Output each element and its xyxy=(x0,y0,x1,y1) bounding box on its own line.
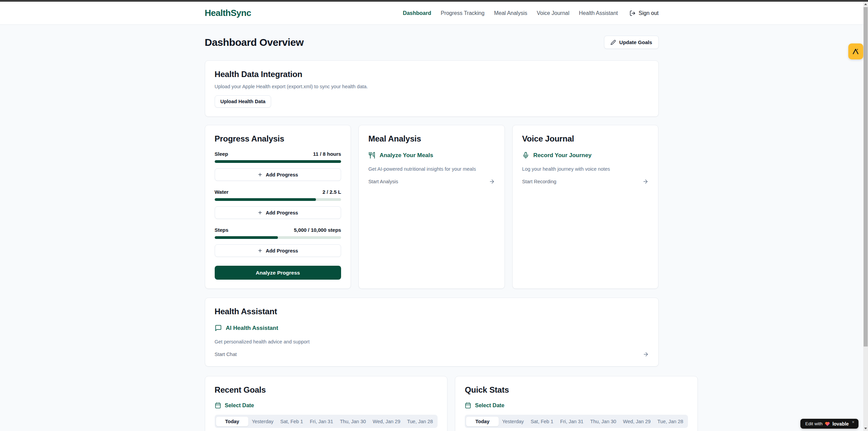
quick-stats-title: Quick Stats xyxy=(465,385,688,395)
tab-thu-jan-30[interactable]: Thu, Jan 30 xyxy=(587,417,620,426)
main-nav: Dashboard Progress Tracking Meal Analysi… xyxy=(403,10,659,16)
nav-dashboard[interactable]: Dashboard xyxy=(403,10,431,16)
main-content: Dashboard Overview Update Goals Health D… xyxy=(205,36,659,431)
health-assistant-description: Get personalized health advice and suppo… xyxy=(215,339,649,344)
quick-stats-card: Quick Stats Select Date Today Yesterday … xyxy=(455,376,698,431)
record-your-journey-link[interactable]: Record Your Journey xyxy=(522,152,649,159)
add-progress-water-button[interactable]: Add Progress xyxy=(215,206,341,219)
integration-title: Health Data Integration xyxy=(215,70,649,79)
voice-journal-title: Voice Journal xyxy=(522,134,649,144)
metric-value: 11 / 8 hours xyxy=(313,151,341,157)
utensils-icon xyxy=(368,152,375,159)
voice-journal-description: Log your health journey with voice notes xyxy=(522,166,649,172)
page-viewport: HealthSync Dashboard Progress Tracking M… xyxy=(0,2,863,431)
health-data-integration-card: Health Data Integration Upload your Appl… xyxy=(205,60,659,117)
recent-goals-title: Recent Goals xyxy=(215,385,438,395)
metric-label: Steps xyxy=(215,227,229,233)
nav-progress-tracking[interactable]: Progress Tracking xyxy=(441,10,484,16)
lovable-edit-badge[interactable] xyxy=(848,43,863,59)
scrollbar-up-arrow[interactable] xyxy=(863,2,868,7)
pencil-icon xyxy=(610,40,616,45)
app-header: HealthSync Dashboard Progress Tracking M… xyxy=(0,2,863,25)
scrollbar-thumb[interactable] xyxy=(864,7,868,346)
tab-sat-feb-1[interactable]: Sat, Feb 1 xyxy=(277,417,306,426)
add-progress-sleep-button[interactable]: Add Progress xyxy=(215,168,341,181)
upload-health-data-button[interactable]: Upload Health Data xyxy=(215,95,271,108)
metric-label: Water xyxy=(215,189,229,195)
health-assistant-title: Health Assistant xyxy=(215,307,649,316)
start-chat-row[interactable]: Start Chat xyxy=(215,351,649,357)
health-assistant-card: Health Assistant AI Health Assistant Get… xyxy=(205,298,659,367)
water-progress-bar xyxy=(215,198,341,201)
progress-metric-sleep: Sleep 11 / 8 hours Add Progress xyxy=(215,151,341,181)
tab-thu-jan-30[interactable]: Thu, Jan 30 xyxy=(337,417,370,426)
tab-today[interactable]: Today xyxy=(466,417,499,426)
tab-fri-jan-31[interactable]: Fri, Jan 31 xyxy=(557,417,587,426)
analyze-progress-button[interactable]: Analyze Progress xyxy=(215,266,341,280)
metric-value: 2 / 2.5 L xyxy=(322,189,341,195)
sleep-progress-bar xyxy=(215,160,341,163)
analyze-your-meals-link[interactable]: Analyze Your Meals xyxy=(368,152,495,159)
progress-analysis-title: Progress Analysis xyxy=(215,134,341,144)
meal-analysis-description: Get AI-powered nutritional insights for … xyxy=(368,166,495,172)
nav-voice-journal[interactable]: Voice Journal xyxy=(537,10,569,16)
page-title: Dashboard Overview xyxy=(205,37,304,48)
plus-icon xyxy=(258,172,263,177)
tab-wed-jan-29[interactable]: Wed, Jan 29 xyxy=(369,417,404,426)
metric-label: Sleep xyxy=(215,151,228,157)
app-logo[interactable]: HealthSync xyxy=(205,8,251,18)
chat-bubble-icon xyxy=(215,324,222,332)
voice-journal-card: Voice Journal Record Your Journey Log yo… xyxy=(512,125,659,289)
progress-analysis-card: Progress Analysis Sleep 11 / 8 hours Add… xyxy=(205,125,351,289)
arrow-right-icon xyxy=(489,179,495,185)
recent-goals-date-tabs: Today Yesterday Sat, Feb 1 Fri, Jan 31 T… xyxy=(215,415,438,428)
update-goals-button[interactable]: Update Goals xyxy=(604,36,659,49)
arrow-right-icon xyxy=(643,351,649,357)
microphone-icon xyxy=(522,152,529,159)
add-progress-steps-button[interactable]: Add Progress xyxy=(215,244,341,257)
nav-health-assistant[interactable]: Health Assistant xyxy=(579,10,618,16)
tab-tue-jan-28[interactable]: Tue, Jan 28 xyxy=(404,417,436,426)
progress-metric-water: Water 2 / 2.5 L Add Progress xyxy=(215,189,341,219)
arrow-right-icon xyxy=(642,179,649,185)
steps-progress-bar xyxy=(215,236,341,239)
lovable-logo-icon xyxy=(852,48,860,56)
tab-today[interactable]: Today xyxy=(216,417,249,426)
quick-stats-date-tabs: Today Yesterday Sat, Feb 1 Fri, Jan 31 T… xyxy=(465,415,688,428)
plus-icon xyxy=(258,248,263,253)
scrollbar-down-arrow[interactable] xyxy=(863,426,868,431)
tab-fri-jan-31[interactable]: Fri, Jan 31 xyxy=(306,417,337,426)
meal-analysis-title: Meal Analysis xyxy=(368,134,495,144)
integration-description: Upload your Apple Health export (export.… xyxy=(215,84,649,89)
tab-tue-jan-28[interactable]: Tue, Jan 28 xyxy=(654,417,687,426)
sign-out-label: Sign out xyxy=(639,10,659,16)
log-out-icon xyxy=(630,10,636,16)
start-recording-row[interactable]: Start Recording xyxy=(522,179,649,185)
tab-sat-feb-1[interactable]: Sat, Feb 1 xyxy=(527,417,557,426)
metric-value: 5,000 / 10,000 steps xyxy=(294,227,341,233)
nav-meal-analysis[interactable]: Meal Analysis xyxy=(494,10,527,16)
pill-brand: lovable xyxy=(832,421,849,427)
meal-analysis-card: Meal Analysis Analyze Your Meals Get AI-… xyxy=(358,125,505,289)
vertical-scrollbar[interactable] xyxy=(863,2,868,431)
pill-prefix: Edit with xyxy=(805,421,822,426)
edit-with-lovable-pill[interactable]: Edit with lovable × xyxy=(800,419,858,429)
recent-goals-card: Recent Goals Select Date Today Yesterday… xyxy=(205,376,448,431)
sign-out-button[interactable]: Sign out xyxy=(630,10,659,16)
ai-health-assistant-link[interactable]: AI Health Assistant xyxy=(215,324,649,332)
heart-icon xyxy=(825,421,830,426)
tab-yesterday[interactable]: Yesterday xyxy=(248,417,277,426)
recent-goals-select-date[interactable]: Select Date xyxy=(215,402,438,409)
quick-stats-select-date[interactable]: Select Date xyxy=(465,402,688,409)
calendar-icon xyxy=(465,402,471,409)
calendar-icon xyxy=(215,402,221,409)
tab-yesterday[interactable]: Yesterday xyxy=(499,417,527,426)
tab-wed-jan-29[interactable]: Wed, Jan 29 xyxy=(620,417,654,426)
pill-close-icon[interactable]: × xyxy=(852,419,854,425)
progress-metric-steps: Steps 5,000 / 10,000 steps Add Progress xyxy=(215,227,341,257)
plus-icon xyxy=(258,210,263,215)
start-analysis-row[interactable]: Start Analysis xyxy=(368,179,495,185)
